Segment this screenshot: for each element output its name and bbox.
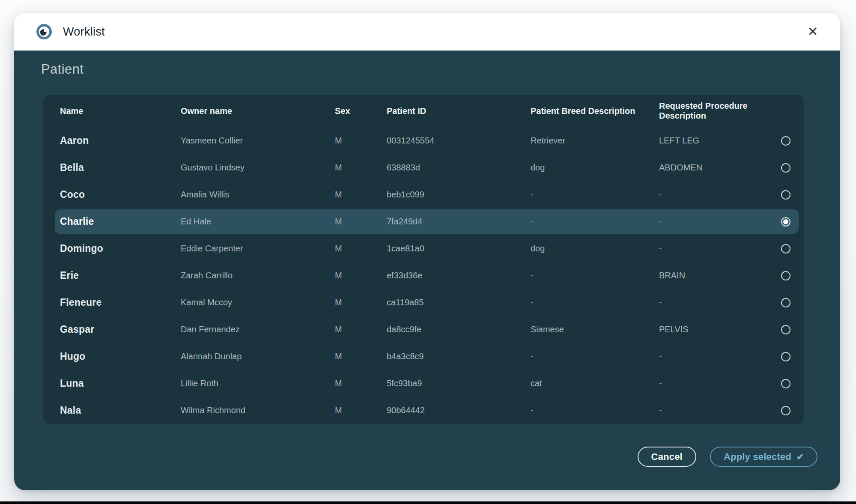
cell-patient-name: Nala	[60, 405, 181, 416]
cell-patient-name: Hugo	[60, 351, 181, 362]
row-radio-button[interactable]	[781, 406, 790, 415]
patient-table-panel: Name Owner name Sex Patient ID Patient B…	[43, 95, 804, 424]
row-radio-button[interactable]	[781, 136, 790, 146]
cell-patient-id: b4a3c8c9	[387, 352, 531, 361]
table-row[interactable]: Nala Wilma Richmond M 90b64442 - -	[43, 397, 804, 424]
cell-breed-description: -	[531, 298, 659, 307]
table-row[interactable]: Erie Zarah Carrillo M ef33d36e - BRAIN	[43, 262, 804, 289]
table-row[interactable]: Charlie Ed Hale M 7fa249d4 - -	[43, 208, 804, 235]
cell-sex: M	[335, 136, 387, 146]
column-header-patient-id: Patient ID	[387, 106, 531, 116]
cell-owner-name: Gustavo Lindsey	[181, 163, 335, 173]
cell-patient-id: 0031245554	[387, 136, 531, 146]
cell-breed-description: Siamese	[531, 325, 659, 334]
table-row[interactable]: Coco Amalia Willis M beb1c099 - -	[43, 181, 804, 208]
cell-patient-id: 7fa249d4	[387, 217, 531, 227]
row-radio-button[interactable]	[781, 325, 790, 334]
cell-breed-description: cat	[531, 379, 659, 388]
cell-procedure-description: -	[659, 217, 762, 227]
cell-sex: M	[335, 379, 387, 388]
table-row[interactable]: Hugo Alannah Dunlap M b4a3c8c9 - -	[43, 343, 804, 370]
cell-owner-name: Wilma Richmond	[181, 406, 335, 415]
table-row[interactable]: Domingo Eddie Carpenter M 1cae81a0 dog -	[43, 235, 804, 262]
table-header-row: Name Owner name Sex Patient ID Patient B…	[43, 95, 804, 127]
cell-patient-name: Luna	[60, 378, 181, 389]
column-header-procedure-description: Requested Procedure Description	[659, 101, 762, 121]
cell-owner-name: Amalia Willis	[181, 190, 335, 200]
table-row[interactable]: Aaron Yasmeen Collier M 0031245554 Retri…	[43, 127, 804, 154]
cell-sex: M	[335, 244, 387, 253]
cell-breed-description: -	[531, 271, 659, 280]
row-radio-button[interactable]	[781, 244, 790, 253]
cell-owner-name: Kamal Mccoy	[181, 298, 335, 307]
cell-sex: M	[335, 298, 387, 307]
cell-owner-name: Lillie Roth	[181, 379, 335, 388]
cell-sex: M	[335, 406, 387, 415]
cell-procedure-description: PELVIS	[659, 325, 762, 334]
row-radio-button[interactable]	[781, 217, 790, 227]
cell-patient-name: Aaron	[60, 135, 181, 146]
apply-selected-label: Apply selected	[724, 451, 791, 462]
cell-patient-id: 1cae81a0	[387, 244, 531, 253]
cell-patient-name: Gaspar	[60, 324, 181, 335]
cell-sex: M	[335, 217, 387, 227]
cell-owner-name: Zarah Carrillo	[181, 271, 335, 280]
cell-patient-name: Charlie	[60, 216, 181, 227]
row-radio-button[interactable]	[781, 379, 790, 388]
dialog-header: Worklist ✕	[14, 13, 840, 51]
cell-procedure-description: -	[659, 406, 762, 415]
cell-breed-description: dog	[531, 163, 659, 173]
cell-sex: M	[335, 325, 387, 334]
cell-patient-name: Bella	[60, 162, 181, 173]
cell-breed-description: dog	[531, 244, 659, 253]
cell-patient-name: Coco	[60, 189, 181, 200]
apply-selected-button[interactable]: Apply selected ✔	[710, 447, 817, 467]
table-row[interactable]: Fleneure Kamal Mccoy M ca119a85 - -	[43, 289, 804, 316]
screen-bottom-edge	[0, 501, 856, 504]
cell-procedure-description: BRAIN	[659, 271, 762, 280]
cell-breed-description: -	[531, 190, 659, 200]
cell-breed-description: -	[531, 352, 659, 361]
dialog-title: Worklist	[63, 25, 105, 39]
row-radio-button[interactable]	[781, 190, 790, 200]
cell-procedure-description: -	[659, 379, 762, 388]
cell-breed-description: Retriever	[531, 136, 659, 146]
dialog-footer: Cancel Apply selected ✔	[638, 447, 817, 467]
row-radio-button[interactable]	[781, 271, 790, 280]
cell-sex: M	[335, 271, 387, 280]
table-body: Aaron Yasmeen Collier M 0031245554 Retri…	[43, 127, 804, 424]
cell-breed-description: -	[531, 217, 659, 227]
cell-sex: M	[335, 163, 387, 173]
cancel-button[interactable]: Cancel	[638, 447, 696, 467]
cell-owner-name: Alannah Dunlap	[181, 352, 335, 361]
cell-patient-name: Domingo	[60, 243, 181, 254]
cell-owner-name: Ed Hale	[181, 217, 335, 227]
cell-patient-id: 638883d	[387, 163, 531, 173]
cell-patient-id: 5fc93ba9	[387, 379, 531, 388]
column-header-sex: Sex	[335, 106, 387, 116]
row-radio-button[interactable]	[781, 352, 790, 361]
cell-patient-id: ef33d36e	[387, 271, 531, 280]
cell-breed-description: -	[531, 406, 659, 415]
row-radio-button[interactable]	[781, 298, 790, 307]
cell-owner-name: Eddie Carpenter	[181, 244, 335, 253]
check-icon: ✔	[796, 452, 804, 462]
cell-procedure-description: LEFT LEG	[659, 136, 762, 146]
column-header-owner-name: Owner name	[181, 106, 335, 116]
dialog-body: Patient Name Owner name Sex Patient ID P…	[14, 51, 840, 490]
cell-sex: M	[335, 352, 387, 361]
cell-sex: M	[335, 190, 387, 200]
table-row[interactable]: Luna Lillie Roth M 5fc93ba9 cat -	[43, 370, 804, 397]
cell-owner-name: Yasmeen Collier	[181, 136, 335, 146]
cell-procedure-description: -	[659, 244, 762, 253]
table-row[interactable]: Bella Gustavo Lindsey M 638883d dog ABDO…	[43, 154, 804, 181]
cell-patient-id: ca119a85	[387, 298, 531, 307]
cell-patient-id: da8cc9fe	[387, 325, 531, 334]
cell-procedure-description: -	[659, 190, 762, 200]
cell-procedure-description: -	[659, 352, 762, 361]
cell-patient-name: Erie	[60, 270, 181, 281]
table-row[interactable]: Gaspar Dan Fernandez M da8cc9fe Siamese …	[43, 316, 804, 343]
column-header-name: Name	[60, 106, 181, 116]
row-radio-button[interactable]	[781, 163, 790, 173]
close-icon[interactable]: ✕	[804, 23, 821, 40]
